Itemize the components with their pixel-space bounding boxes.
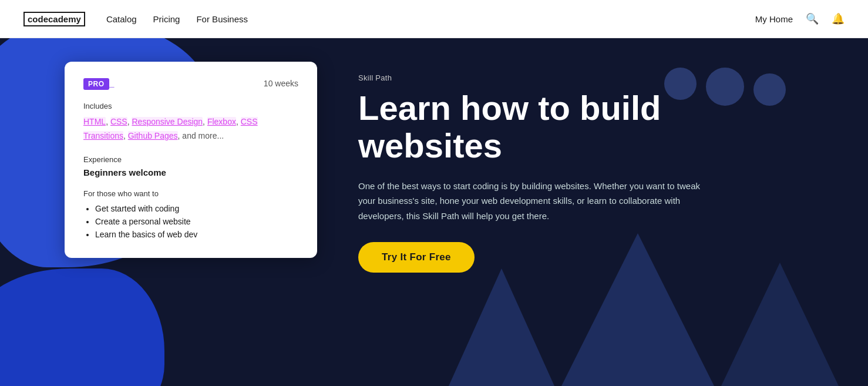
tag-github-pages[interactable]: Github Pages xyxy=(128,131,178,140)
for-those-label: For those who want to xyxy=(83,189,298,198)
triangle-small xyxy=(449,268,554,386)
logo-rest-text: cademy xyxy=(48,14,81,24)
tag-responsive-design[interactable]: Responsive Design xyxy=(132,117,203,126)
tag-css[interactable]: CSS xyxy=(110,117,127,126)
notification-icon[interactable]: 🔔 xyxy=(832,12,845,25)
deco-circle-3 xyxy=(753,73,786,106)
bullet-list: Get started with coding Create a persona… xyxy=(83,204,298,239)
pro-cursor: _ xyxy=(109,78,115,88)
hero-title: Learn how to build websites xyxy=(358,89,734,165)
hero-title-line2: websites xyxy=(358,126,502,165)
hero-title-line1: Learn how to build xyxy=(358,89,661,127)
my-home-link[interactable]: My Home xyxy=(755,14,793,24)
duration-label: 10 weeks xyxy=(264,79,298,88)
logo-box: codecademy xyxy=(23,12,85,26)
bullet-web-dev-basics: Learn the basics of web dev xyxy=(95,230,298,239)
includes-tags: HTML, CSS, Responsive Design, Flexbox, C… xyxy=(83,115,298,143)
hero-section: PRO_ 10 weeks Includes HTML, CSS, Respon… xyxy=(0,38,868,386)
skill-path-label: Skill Path xyxy=(358,73,734,82)
includes-label: Includes xyxy=(83,102,298,110)
nav-for-business[interactable]: For Business xyxy=(196,14,248,24)
course-card: PRO_ 10 weeks Includes HTML, CSS, Respon… xyxy=(65,62,317,258)
search-icon[interactable]: 🔍 xyxy=(806,12,819,25)
logo[interactable]: codecademy xyxy=(23,12,85,26)
card-top: PRO_ 10 weeks xyxy=(83,78,298,89)
bullet-get-started: Get started with coding xyxy=(95,204,298,213)
experience-label: Experience xyxy=(83,155,298,164)
nav-links: Catalog Pricing For Business xyxy=(106,14,755,24)
triangle-medium xyxy=(721,263,839,386)
try-it-free-button[interactable]: Try It For Free xyxy=(358,242,475,273)
tag-more: and more... xyxy=(182,131,224,140)
bullet-personal-website: Create a personal website xyxy=(95,217,298,226)
pro-badge: PRO xyxy=(83,78,109,90)
logo-code-text: code xyxy=(28,14,48,24)
tag-html[interactable]: HTML xyxy=(83,117,106,126)
nav-right: My Home 🔍 🔔 xyxy=(755,12,845,25)
experience-value: Beginners welcome xyxy=(83,167,298,177)
pro-badge-wrapper: PRO_ xyxy=(83,78,114,89)
nav-pricing[interactable]: Pricing xyxy=(153,14,180,24)
hero-description: One of the best ways to start coding is … xyxy=(358,179,711,224)
tag-flexbox[interactable]: Flexbox xyxy=(207,117,236,126)
nav-catalog[interactable]: Catalog xyxy=(106,14,137,24)
blob-left-dark xyxy=(0,268,164,386)
hero-content: Skill Path Learn how to build websites O… xyxy=(358,73,734,273)
navbar: codecademy Catalog Pricing For Business … xyxy=(0,0,868,38)
